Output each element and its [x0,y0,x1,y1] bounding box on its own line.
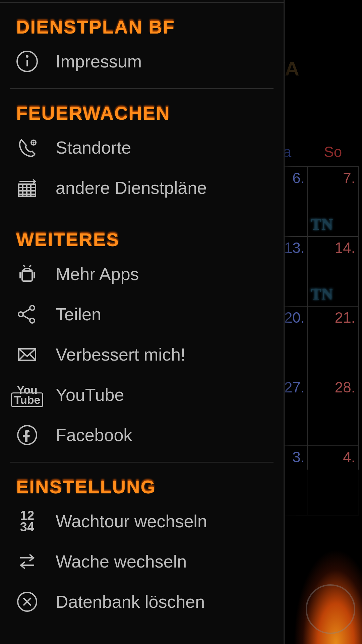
numbers-icon: 1234 [13,507,42,536]
svg-line-22 [23,315,30,320]
schedule-icon [13,173,42,202]
menu-item-label: YouTube [42,385,124,405]
menu-item-impressum[interactable]: Impressum [0,41,284,82]
mascot-decoration [306,584,355,634]
calendar-cell[interactable]: 7.TN [308,167,358,236]
menu-item-datenbank-loeschen[interactable]: Datenbank löschen [0,582,284,622]
section-header-feuerwachen: FEUERWACHEN [0,89,284,127]
menu-item-andere-dienstplaene[interactable]: andere Dienstpläne [0,168,284,208]
calendar-cell[interactable]: 28. [308,376,358,446]
menu-item-youtube[interactable]: YouTube YouTube [0,375,284,415]
share-icon [13,300,42,329]
android-icon [13,260,42,288]
menu-item-label: Datenbank löschen [42,592,205,612]
menu-item-teilen[interactable]: Teilen [0,294,284,334]
svg-point-2 [26,56,28,57]
delete-icon [13,587,42,616]
svg-line-21 [23,309,30,313]
info-icon [13,47,42,76]
section-header-einstellung: EINSTELLUNG [0,463,284,501]
swap-icon [13,547,42,576]
section-header-dienstplan: DIENSTPLAN BF [0,3,284,41]
menu-item-standorte[interactable]: Standorte [0,127,284,168]
menu-item-label: Wachtour wechseln [42,511,207,531]
menu-item-label: andere Dienstpläne [42,178,207,198]
youtube-icon: YouTube [13,380,42,409]
menu-item-facebook[interactable]: Facebook [0,415,284,455]
menu-item-wache-wechseln[interactable]: Wache wechseln [0,541,284,582]
svg-point-20 [30,318,35,323]
weekday-header: So [308,141,358,167]
menu-item-label: Mehr Apps [42,264,139,284]
svg-line-15 [29,265,31,267]
mail-icon [13,340,42,369]
calendar-cell[interactable]: 14.TN [308,236,358,306]
facebook-icon [13,421,42,449]
menu-item-label: Verbessert mich! [42,344,185,365]
navigation-drawer: DIENSTPLAN BF Impressum FEUERWACHEN Stan… [0,0,285,644]
menu-item-label: Impressum [42,51,142,71]
menu-item-label: Standorte [42,138,131,158]
section-header-weiteres: WEITERES [0,215,284,254]
calendar-cell[interactable]: 21. [308,306,358,376]
menu-item-label: Wache wechseln [42,551,187,572]
phone-icon [13,133,42,162]
svg-rect-13 [22,271,32,281]
menu-item-wachtour-wechseln[interactable]: 1234 Wachtour wechseln [0,501,284,541]
menu-item-mehr-apps[interactable]: Mehr Apps [0,254,284,294]
menu-item-label: Facebook [42,425,132,445]
svg-point-18 [30,306,35,310]
menu-item-verbessert-mich[interactable]: Verbessert mich! [0,334,284,375]
svg-line-14 [23,265,25,267]
svg-point-19 [18,312,23,317]
menu-item-label: Teilen [42,304,101,324]
